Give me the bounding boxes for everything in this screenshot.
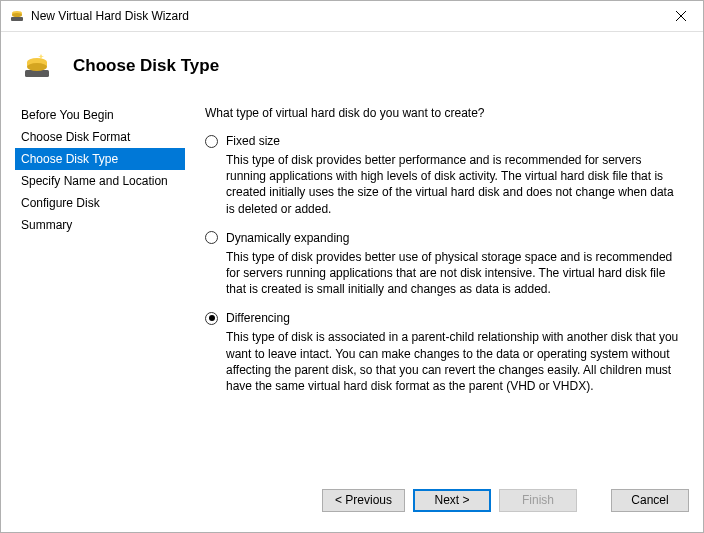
nav-step-1[interactable]: Choose Disk Format [15, 126, 185, 148]
nav-step-2[interactable]: Choose Disk Type [15, 148, 185, 170]
nav-step-5[interactable]: Summary [15, 214, 185, 236]
sidebar: Before You BeginChoose Disk FormatChoose… [15, 96, 185, 474]
wizard-window: New Virtual Hard Disk Wizard Choose Disk… [0, 0, 704, 533]
radio-fixed[interactable] [205, 135, 218, 148]
svg-rect-0 [11, 17, 23, 21]
finish-button[interactable]: Finish [499, 489, 577, 512]
titlebar: New Virtual Hard Disk Wizard [1, 1, 703, 32]
option-description: This type of disk is associated in a par… [226, 329, 683, 394]
svg-point-3 [12, 13, 22, 17]
wizard-header: Choose Disk Type [1, 32, 703, 96]
radio-differencing[interactable] [205, 312, 218, 325]
option-label: Fixed size [226, 134, 280, 148]
wizard-body: Before You BeginChoose Disk FormatChoose… [1, 96, 703, 478]
radio-row-differencing[interactable]: Differencing [205, 311, 683, 325]
radio-row-fixed[interactable]: Fixed size [205, 134, 683, 148]
nav-step-4[interactable]: Configure Disk [15, 192, 185, 214]
option-fixed: Fixed sizeThis type of disk provides bet… [205, 134, 683, 217]
nav-step-0[interactable]: Before You Begin [15, 104, 185, 126]
next-button[interactable]: Next > [413, 489, 491, 512]
nav-step-3[interactable]: Specify Name and Location [15, 170, 185, 192]
cancel-button[interactable]: Cancel [611, 489, 689, 512]
button-row: < Previous Next > Finish Cancel [1, 478, 703, 532]
previous-button[interactable]: < Previous [322, 489, 405, 512]
option-differencing: DifferencingThis type of disk is associa… [205, 311, 683, 394]
svg-point-9 [27, 63, 47, 71]
radio-dynamic[interactable] [205, 231, 218, 244]
option-label: Differencing [226, 311, 290, 325]
option-description: This type of disk provides better use of… [226, 249, 683, 298]
option-label: Dynamically expanding [226, 231, 349, 245]
wizard-icon [21, 50, 53, 82]
content-pane: What type of virtual hard disk do you wa… [185, 96, 689, 474]
page-title: Choose Disk Type [73, 56, 219, 76]
svg-rect-6 [25, 70, 49, 77]
app-icon [9, 8, 25, 24]
option-description: This type of disk provides better perfor… [226, 152, 683, 217]
radio-row-dynamic[interactable]: Dynamically expanding [205, 231, 683, 245]
window-title: New Virtual Hard Disk Wizard [31, 9, 658, 23]
close-button[interactable] [658, 1, 703, 31]
prompt-text: What type of virtual hard disk do you wa… [205, 106, 683, 120]
option-dynamic: Dynamically expandingThis type of disk p… [205, 231, 683, 298]
